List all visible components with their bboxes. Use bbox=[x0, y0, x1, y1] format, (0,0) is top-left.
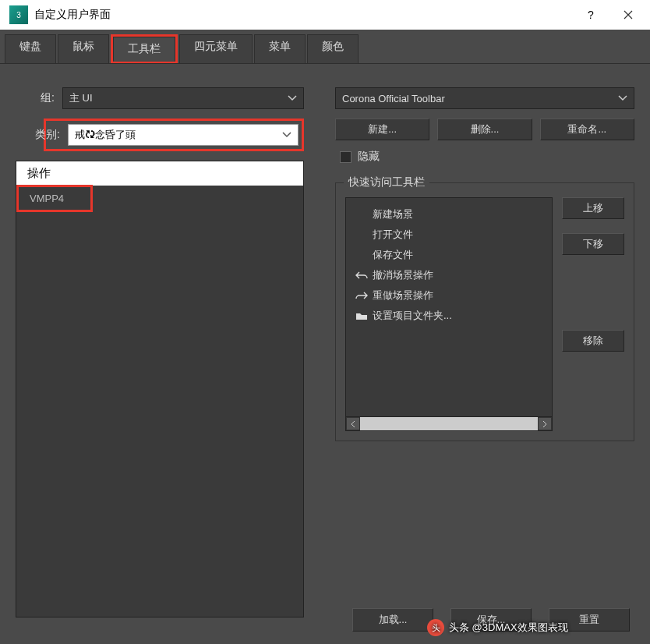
quick-access-fieldset: 快速访问工具栏 新建场景 打开文件 bbox=[335, 182, 634, 441]
folder-icon bbox=[355, 310, 368, 321]
toolbar-value: Corona Official Toolbar bbox=[342, 93, 445, 104]
action-list[interactable]: 操作 VMPP4 bbox=[16, 161, 304, 617]
highlight-toolbar-tab: 工具栏 bbox=[111, 34, 178, 63]
watermark-logo-icon: 头 bbox=[427, 619, 444, 636]
dialog-content: 键盘 鼠标 工具栏 四元菜单 菜单 颜色 组: 主 UI 类别: bbox=[0, 30, 650, 644]
undo-icon bbox=[355, 270, 368, 281]
hide-row: 隐藏 bbox=[335, 150, 634, 164]
tab-color[interactable]: 颜色 bbox=[307, 34, 359, 63]
right-panel: Corona Official Toolbar 新建... 删除... 重命名.… bbox=[335, 87, 634, 617]
quick-item-label: 重做场景操作 bbox=[373, 288, 433, 303]
highlight-action-item: VMPP4 bbox=[16, 185, 93, 212]
group-label: 组: bbox=[16, 91, 55, 105]
redo-icon bbox=[355, 290, 368, 301]
watermark-text: 头条 @3DMAX效果图表现 bbox=[449, 621, 568, 635]
watermark: 头 头条 @3DMAX效果图表现 bbox=[427, 619, 568, 636]
delete-button[interactable]: 删除... bbox=[437, 119, 532, 140]
quick-item-undo[interactable]: 撤消场景操作 bbox=[349, 265, 549, 285]
scroll-left-icon[interactable] bbox=[346, 417, 360, 430]
hide-checkbox[interactable] bbox=[340, 151, 351, 163]
hide-label: 隐藏 bbox=[358, 150, 380, 164]
quick-item-label: 保存文件 bbox=[373, 248, 413, 262]
quick-item-label: 设置项目文件夹... bbox=[373, 309, 452, 323]
quick-item-new-scene[interactable]: 新建场景 bbox=[349, 204, 549, 225]
tab-toolbar[interactable]: 工具栏 bbox=[113, 37, 175, 62]
chevron-down-icon bbox=[281, 129, 293, 141]
action-item[interactable]: VMPP4 bbox=[19, 187, 90, 210]
chevron-down-icon bbox=[286, 92, 299, 104]
move-up-button[interactable]: 上移 bbox=[562, 197, 624, 219]
tab-menu[interactable]: 菜单 bbox=[254, 34, 306, 63]
toolbar-select[interactable]: Corona Official Toolbar bbox=[335, 87, 634, 109]
window-title: 自定义用户界面 bbox=[34, 8, 572, 22]
tab-keyboard[interactable]: 键盘 bbox=[5, 34, 56, 63]
chevron-down-icon bbox=[616, 92, 629, 104]
category-row: 类别: 戒🗘念昏了頭 bbox=[21, 124, 299, 146]
category-value: 戒🗘念昏了頭 bbox=[75, 128, 136, 142]
scroll-right-icon[interactable] bbox=[538, 417, 552, 430]
quick-legend: 快速访问工具栏 bbox=[344, 175, 429, 189]
tab-bar: 键盘 鼠标 工具栏 四元菜单 菜单 颜色 bbox=[0, 30, 650, 64]
tab-body: 组: 主 UI 类别: 戒🗘念昏了頭 bbox=[0, 64, 650, 625]
toolbar-buttons: 新建... 删除... 重命名... bbox=[335, 119, 634, 140]
app-icon: 3 bbox=[9, 5, 28, 24]
scroll-track[interactable] bbox=[360, 417, 538, 430]
move-down-button[interactable]: 下移 bbox=[562, 233, 624, 255]
group-dropdown[interactable]: 主 UI bbox=[62, 87, 304, 109]
load-button[interactable]: 加载... bbox=[352, 608, 433, 632]
quick-item-label: 打开文件 bbox=[373, 228, 413, 242]
quick-item-label: 撤消场景操作 bbox=[373, 268, 433, 282]
highlight-category-row: 类别: 戒🗘念昏了頭 bbox=[44, 119, 304, 151]
close-button[interactable] bbox=[609, 1, 647, 29]
quick-list[interactable]: 新建场景 打开文件 保存文件 bbox=[345, 197, 553, 431]
tab-quad[interactable]: 四元菜单 bbox=[179, 34, 253, 63]
titlebar: 3 自定义用户界面 ? bbox=[0, 0, 650, 30]
left-panel: 组: 主 UI 类别: 戒🗘念昏了頭 bbox=[16, 87, 304, 617]
quick-item-project-folder[interactable]: 设置项目文件夹... bbox=[349, 306, 549, 326]
quick-side-buttons: 上移 下移 移除 bbox=[562, 197, 624, 431]
remove-button[interactable]: 移除 bbox=[562, 330, 624, 352]
group-row: 组: 主 UI bbox=[16, 87, 304, 109]
quick-item-redo[interactable]: 重做场景操作 bbox=[349, 285, 549, 306]
help-button[interactable]: ? bbox=[572, 1, 609, 29]
quick-item-save-file[interactable]: 保存文件 bbox=[349, 245, 549, 265]
tab-mouse[interactable]: 鼠标 bbox=[58, 34, 109, 63]
action-header: 操作 bbox=[16, 161, 303, 186]
category-label: 类别: bbox=[18, 128, 60, 142]
category-dropdown[interactable]: 戒🗘念昏了頭 bbox=[68, 124, 299, 146]
new-button[interactable]: 新建... bbox=[335, 119, 429, 140]
group-value: 主 UI bbox=[69, 91, 93, 105]
rename-button[interactable]: 重命名... bbox=[540, 119, 634, 140]
quick-item-open-file[interactable]: 打开文件 bbox=[349, 225, 549, 245]
horizontal-scrollbar[interactable] bbox=[346, 416, 552, 430]
quick-item-label: 新建场景 bbox=[373, 207, 413, 221]
